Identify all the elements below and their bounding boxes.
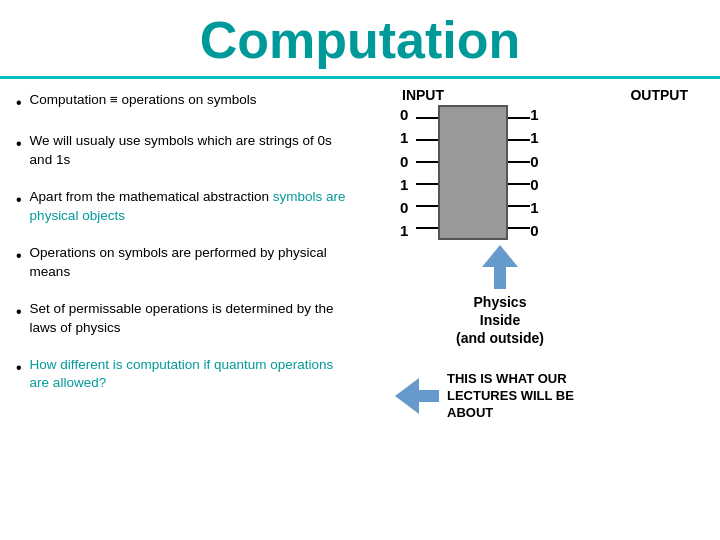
input-label: INPUT	[402, 87, 444, 103]
title-bar: Computation	[0, 0, 720, 79]
page-title: Computation	[200, 11, 521, 69]
line-out	[508, 205, 530, 207]
bullet-text: Operations on symbols are performed by p…	[30, 244, 354, 282]
main-content: • Computation ≡ operations on symbols • …	[0, 79, 720, 540]
line-in	[416, 161, 438, 163]
list-item: • Set of permissable operations is deter…	[16, 300, 354, 338]
line-in	[416, 117, 438, 119]
arrow-up-icon	[482, 245, 518, 267]
list-item: • Computation ≡ operations on symbols	[16, 91, 354, 114]
list-item: • Apart from the mathematical abstractio…	[16, 188, 354, 226]
left-column: • Computation ≡ operations on symbols • …	[0, 79, 370, 540]
lines-out	[508, 107, 530, 239]
lines-in	[416, 107, 438, 239]
bullet-icon: •	[16, 92, 22, 114]
arrow-left-icon	[395, 378, 419, 414]
bullet-text: Computation ≡ operations on symbols	[30, 91, 257, 110]
input-num: 0	[400, 103, 416, 126]
line-in	[416, 227, 438, 229]
line-in	[416, 183, 438, 185]
input-num: 1	[400, 126, 416, 149]
bullet-icon: •	[16, 357, 22, 379]
line-in	[416, 139, 438, 141]
bullet-icon: •	[16, 189, 22, 211]
line-out	[508, 117, 530, 119]
input-num: 0	[400, 196, 416, 219]
arrow-up-stem	[494, 267, 506, 289]
bullet-text: Apart from the mathematical abstraction …	[30, 188, 354, 226]
right-column: INPUT OUTPUT 0 1 0 1 0 1	[370, 79, 720, 540]
output-numbers: 1 1 0 0 1 0	[530, 103, 546, 243]
line-out	[508, 139, 530, 141]
line-out	[508, 227, 530, 229]
bullet-text: Set of permissable operations is determi…	[30, 300, 354, 338]
bullet-icon: •	[16, 245, 22, 267]
bullet-text: We will usualy use symbols which are str…	[30, 132, 354, 170]
output-num: 0	[530, 173, 546, 196]
arrow-left-stem	[419, 390, 439, 402]
io-box-area: 0 1 0 1 0 1	[400, 103, 690, 243]
line-out	[508, 183, 530, 185]
output-num: 0	[530, 150, 546, 173]
computation-box	[438, 105, 508, 240]
physics-arrow-container: PhysicsInside(and outside)	[400, 245, 690, 348]
input-numbers: 0 1 0 1 0 1	[400, 103, 416, 243]
io-diagram: INPUT OUTPUT 0 1 0 1 0 1	[378, 87, 712, 422]
lectures-arrow-container: THIS IS WHAT OURLECTURES WILL BEABOUT	[395, 371, 685, 422]
io-labels-row: INPUT OUTPUT	[400, 87, 690, 103]
list-item: • Operations on symbols are performed by…	[16, 244, 354, 282]
lectures-label: THIS IS WHAT OURLECTURES WILL BEABOUT	[447, 371, 574, 422]
output-num: 1	[530, 126, 546, 149]
line-out	[508, 161, 530, 163]
output-num: 1	[530, 103, 546, 126]
highlight-text: symbols are physical objects	[30, 189, 346, 223]
bullet-icon: •	[16, 133, 22, 155]
input-num: 1	[400, 173, 416, 196]
line-in	[416, 205, 438, 207]
output-label: OUTPUT	[630, 87, 688, 103]
input-num: 0	[400, 150, 416, 173]
bullet-text-highlight: How different is computation if quantum …	[30, 356, 354, 394]
physics-label: PhysicsInside(and outside)	[456, 293, 544, 348]
input-num: 1	[400, 219, 416, 242]
output-num: 0	[530, 219, 546, 242]
output-num: 1	[530, 196, 546, 219]
list-item: • How different is computation if quantu…	[16, 356, 354, 394]
list-item: • We will usualy use symbols which are s…	[16, 132, 354, 170]
bullet-icon: •	[16, 301, 22, 323]
